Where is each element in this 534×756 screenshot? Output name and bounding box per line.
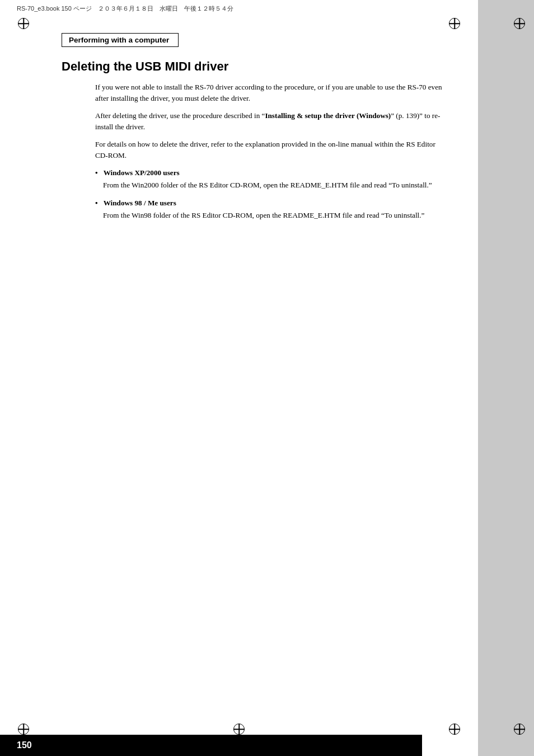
header-bar: RS-70_e3.book 150 ページ ２０３年６月１８日 水曜日 午後１２… [0,0,478,16]
right-sidebar [478,0,534,756]
paragraph-1: If you were not able to install the RS-7… [95,82,444,105]
bullet-section: • Windows XP/2000 users From the Win2000… [95,168,444,222]
paragraph-2: After deleting the driver, use the proce… [95,110,444,133]
paragraph-3: For details on how to delete the driver,… [95,139,444,162]
header-japanese-text: RS-70_e3.book 150 ページ ２０３年６月１８日 水曜日 午後１２… [17,5,233,12]
page-container: RS-70_e3.book 150 ページ ２０３年６月１８日 水曜日 午後１２… [0,0,534,756]
reg-mark-bottom-right-main [449,724,460,735]
section-title-box: Performing with a computer [0,16,478,47]
bullet-item-2: • Windows 98 / Me users From the Win98 f… [95,199,444,221]
reg-mark-bottom-left [18,724,29,735]
section-title-text: Performing with a computer [69,36,169,44]
bullet-item-1: • Windows XP/2000 users From the Win2000… [95,168,444,191]
article-title: Deleting the USB MIDI driver [62,59,444,74]
bullet-dot-1: • [95,168,98,177]
bullet-text-2: From the Win98 folder of the RS Editor C… [103,210,444,221]
reg-mark-top-left [18,18,29,29]
bullet-text-1: From the Win2000 folder of the RS Editor… [103,180,444,191]
page-number-bar: 150 [0,735,422,756]
main-content: RS-70_e3.book 150 ページ ２０３年６月１８日 水曜日 午後１２… [0,0,478,756]
reg-mark-sidebar-tr [514,18,525,29]
page-number: 150 [17,740,32,750]
reg-mark-sidebar-br [514,724,525,735]
body-text: If you were not able to install the RS-7… [95,82,444,162]
bullet-header-2: • Windows 98 / Me users [95,199,444,208]
bullet-dot-2: • [95,199,98,208]
article: Deleting the USB MIDI driver If you were… [34,59,444,222]
bullet-header-1: • Windows XP/2000 users [95,168,444,177]
reg-mark-bottom-center [233,724,245,735]
reg-mark-top-right [449,18,460,29]
